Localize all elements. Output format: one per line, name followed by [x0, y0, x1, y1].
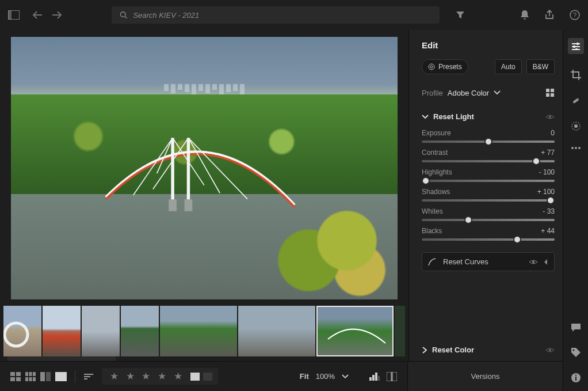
bw-button[interactable]: B&W	[526, 59, 555, 74]
zoom-level[interactable]: 100%	[316, 372, 335, 381]
back-arrow-icon[interactable]	[32, 11, 43, 19]
rating-stars[interactable]: ★ ★ ★ ★ ★	[102, 368, 218, 385]
right-tool-rail	[563, 30, 588, 391]
edit-tool-icon[interactable]	[568, 38, 584, 54]
svg-point-18	[532, 261, 534, 263]
thumbnail-selected[interactable]	[316, 306, 394, 356]
whites-slider[interactable]: Whites- 33	[422, 207, 555, 221]
eye-icon[interactable]	[545, 113, 555, 120]
svg-rect-15	[546, 93, 549, 97]
tag-icon[interactable]	[571, 347, 581, 358]
crop-tool-icon[interactable]	[570, 69, 582, 81]
profile-browser-icon[interactable]	[545, 88, 555, 97]
bell-icon[interactable]	[520, 10, 529, 20]
svg-point-21	[576, 43, 578, 45]
eye-icon[interactable]	[529, 259, 538, 265]
svg-rect-47	[33, 377, 36, 381]
star-icon: ★ ★ ★ ★ ★	[110, 370, 185, 382]
svg-rect-57	[387, 372, 391, 381]
svg-rect-36	[575, 377, 576, 381]
eye-icon[interactable]	[545, 347, 555, 354]
masking-tool-icon[interactable]	[571, 121, 581, 131]
svg-point-32	[575, 147, 577, 149]
thumbnail[interactable]	[82, 306, 120, 356]
profile-row[interactable]: Profile Adobe Color	[422, 88, 555, 97]
bottom-bar: ★ ★ ★ ★ ★ Fit 100%	[0, 361, 407, 391]
filter-icon[interactable]	[456, 11, 465, 19]
svg-line-3	[125, 17, 127, 18]
svg-rect-14	[551, 89, 554, 92]
histogram-icon[interactable]	[369, 373, 380, 381]
svg-point-31	[571, 147, 574, 149]
svg-point-11	[429, 64, 434, 70]
contrast-slider[interactable]: Contrast+ 77	[422, 149, 555, 162]
svg-rect-56	[378, 376, 380, 381]
svg-point-28	[578, 98, 579, 100]
svg-point-33	[578, 147, 581, 149]
svg-point-25	[575, 48, 577, 50]
svg-point-2	[120, 12, 125, 17]
svg-rect-9	[185, 199, 193, 211]
before-after-icon[interactable]	[387, 372, 397, 381]
viewer-column	[0, 30, 408, 361]
panel-toggle-icon[interactable]	[8, 10, 20, 20]
svg-rect-41	[16, 377, 21, 381]
highlights-slider[interactable]: Highlights- 100	[422, 168, 555, 182]
svg-point-12	[430, 66, 433, 68]
chevron-down-icon	[494, 90, 501, 95]
color-section-header[interactable]: Reset Color	[422, 346, 555, 354]
info-icon[interactable]	[571, 373, 581, 383]
chevron-down-icon	[422, 115, 429, 119]
sort-icon[interactable]	[83, 373, 94, 380]
share-icon[interactable]	[544, 10, 555, 20]
svg-rect-38	[10, 372, 15, 376]
search-input[interactable]	[133, 11, 432, 20]
chevron-down-icon[interactable]	[342, 374, 349, 379]
main-photo[interactable]	[11, 37, 398, 299]
blacks-slider[interactable]: Blacks+ 44	[422, 227, 555, 241]
svg-rect-55	[375, 373, 377, 381]
collapse-left-icon[interactable]	[544, 259, 548, 265]
svg-point-34	[572, 350, 574, 351]
thumbnail[interactable]	[160, 306, 237, 356]
grid-view-icon[interactable]	[10, 372, 21, 381]
thumbnail[interactable]	[121, 306, 159, 356]
filmstrip-scrollbar[interactable]	[7, 356, 116, 361]
svg-rect-42	[25, 372, 28, 376]
flag-reject-icon[interactable]	[203, 373, 212, 381]
healing-tool-icon[interactable]	[571, 96, 581, 106]
auto-button[interactable]: Auto	[495, 59, 522, 74]
svg-rect-1	[8, 10, 12, 20]
light-section-header[interactable]: Reset Light	[422, 112, 555, 121]
curves-row[interactable]: Reset Curves	[422, 252, 555, 271]
compare-view-icon[interactable]	[40, 372, 51, 381]
svg-rect-58	[392, 372, 397, 381]
flag-pick-icon[interactable]	[190, 373, 200, 381]
svg-text:?: ?	[573, 12, 576, 18]
shadows-slider[interactable]: Shadows+ 100	[422, 188, 555, 202]
thumbnail[interactable]	[395, 306, 405, 356]
svg-rect-48	[40, 372, 45, 381]
search-icon	[120, 11, 127, 19]
svg-rect-53	[369, 377, 372, 381]
more-icon[interactable]	[571, 146, 581, 150]
exposure-slider[interactable]: Exposure0	[422, 129, 555, 143]
comment-icon[interactable]	[571, 323, 581, 332]
presets-button[interactable]: Presets	[422, 59, 468, 74]
search-field[interactable]	[112, 6, 440, 24]
thumbnail[interactable]	[238, 306, 315, 356]
detail-view-icon[interactable]	[55, 372, 67, 381]
filmstrip	[0, 305, 408, 361]
svg-rect-37	[575, 375, 576, 376]
svg-point-17	[549, 116, 551, 118]
thumbnail[interactable]	[43, 306, 81, 356]
curve-icon	[428, 258, 436, 266]
thumbnail[interactable]	[3, 306, 41, 356]
help-icon[interactable]: ?	[570, 10, 580, 20]
forward-arrow-icon[interactable]	[52, 11, 62, 19]
small-grid-icon[interactable]	[25, 372, 36, 381]
zoom-fit[interactable]: Fit	[300, 372, 309, 381]
svg-rect-16	[551, 93, 554, 97]
svg-rect-13	[546, 89, 549, 92]
versions-button[interactable]: Versions	[407, 361, 563, 391]
